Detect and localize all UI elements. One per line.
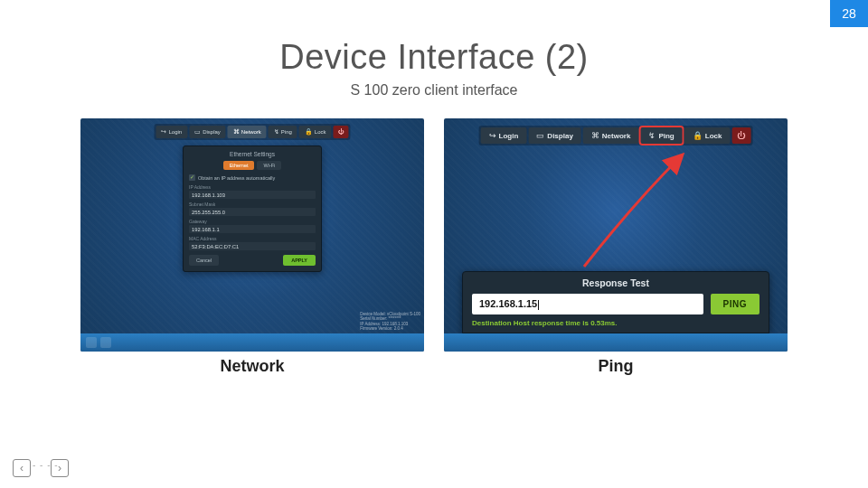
mac-value: 52:F3:DA:EC:D7:C1	[189, 242, 316, 250]
device-info: Device Model: vCloudpoint S-100 Serial N…	[360, 312, 420, 333]
prev-slide-button[interactable]: ‹	[13, 459, 31, 477]
toolbar2-lock[interactable]: 🔒Lock	[684, 127, 731, 144]
apply-button[interactable]: APPLY	[283, 255, 316, 266]
taskbar-icon[interactable]	[86, 337, 97, 348]
toolbar-display[interactable]: ▭Display	[189, 126, 226, 138]
ping-ip-input[interactable]: 192.168.1.15	[472, 294, 703, 314]
toolbar2-ping-label: Ping	[658, 132, 674, 140]
gateway-label: Gateway	[189, 219, 316, 224]
page-number-badge: 28	[830, 0, 868, 27]
toolbar2-ping[interactable]: ↯Ping	[640, 127, 682, 144]
ping-button[interactable]: PING	[711, 294, 760, 314]
cancel-button[interactable]: Cancel	[189, 255, 219, 266]
response-test-title: Response Test	[472, 277, 760, 288]
ping-icon: ↯	[648, 131, 656, 140]
display-icon: ▭	[194, 128, 201, 136]
mask-label: Subnet Mask	[189, 202, 316, 207]
ethernet-settings-panel: Ethernet Settings Ethernet Wi-Fi Obtain …	[183, 145, 322, 272]
ping-screenshot-block: ↪Login ▭Display ⌘Network ↯Ping 🔒Lock ⏻ R…	[444, 118, 788, 376]
toolbar2-network[interactable]: ⌘Network	[583, 127, 639, 144]
toolbar-login-label: Login	[168, 129, 182, 135]
toolbar2-login[interactable]: ↪Login	[481, 127, 527, 144]
lock-icon: 🔒	[693, 131, 703, 140]
toolbar-ping[interactable]: ↯Ping	[269, 126, 297, 138]
tab-wifi[interactable]: Wi-Fi	[257, 161, 281, 170]
auto-ip-checkbox[interactable]: Obtain an IP address automatically	[189, 174, 316, 181]
network-screen: ↪Login ▭Display ⌘Network ↯Ping 🔒Lock ⏻ E…	[80, 118, 424, 352]
toolbar-ping-label: Ping	[281, 129, 292, 135]
slide-subtitle: S 100 zero client interface	[0, 82, 868, 99]
toolbar-power[interactable]: ⏻	[334, 126, 349, 138]
ip-label: IP Address	[189, 184, 316, 190]
display-icon: ▭	[536, 131, 544, 140]
ping-status-text: Destination Host response time is 0.53ms…	[472, 319, 760, 327]
tab-ethernet[interactable]: Ethernet	[223, 161, 255, 170]
toolbar2-power[interactable]: ⏻	[731, 127, 750, 144]
ping-caption: Ping	[444, 357, 788, 376]
toolbar2-display-label: Display	[547, 132, 572, 140]
network-caption: Network	[80, 357, 424, 376]
network-screenshot-block: ↪Login ▭Display ⌘Network ↯Ping 🔒Lock ⏻ E…	[80, 118, 424, 376]
network-icon: ⌘	[233, 128, 240, 136]
mac-label: MAC Address	[189, 236, 316, 241]
login-icon: ↪	[489, 131, 496, 140]
slide-title: Device Interface (2)	[0, 38, 868, 77]
toolbar-network[interactable]: ⌘Network	[228, 126, 267, 138]
text-caret	[538, 300, 539, 310]
taskbar-icon[interactable]	[100, 337, 111, 348]
toolbar-lock[interactable]: 🔒Lock	[299, 126, 332, 138]
auto-ip-label: Obtain an IP address automatically	[198, 175, 275, 181]
login-icon: ↪	[161, 128, 166, 136]
mask-value[interactable]: 255.255.255.0	[189, 208, 316, 216]
toolbar-network-label: Network	[241, 129, 261, 135]
toolbar-login[interactable]: ↪Login	[156, 126, 187, 138]
toolbar2-login-label: Login	[499, 132, 519, 140]
taskbar	[444, 333, 788, 352]
ethernet-settings-title: Ethernet Settings	[189, 151, 316, 157]
lock-icon: 🔒	[305, 128, 313, 136]
network-icon: ⌘	[591, 131, 599, 140]
toolbar2-display[interactable]: ▭Display	[528, 127, 580, 144]
nav-separator: - - - -	[33, 460, 59, 470]
network-toolbar: ↪Login ▭Display ⌘Network ↯Ping 🔒Lock ⏻	[154, 124, 350, 140]
annotation-arrow	[571, 149, 697, 276]
ping-icon: ↯	[274, 128, 279, 136]
toolbar-lock-label: Lock	[315, 129, 326, 135]
gateway-value[interactable]: 192.168.1.1	[189, 225, 316, 233]
ping-screen: ↪Login ▭Display ⌘Network ↯Ping 🔒Lock ⏻ R…	[444, 118, 788, 352]
ip-value[interactable]: 192.168.1.103	[189, 191, 316, 199]
taskbar	[80, 333, 424, 352]
toolbar-display-label: Display	[203, 129, 221, 135]
ping-toolbar: ↪Login ▭Display ⌘Network ↯Ping 🔒Lock ⏻	[479, 126, 753, 145]
devinfo-line: Firmware Version: 2.0.4	[360, 326, 420, 332]
toolbar2-network-label: Network	[602, 132, 631, 140]
ping-ip-value: 192.168.1.15	[479, 298, 537, 309]
toolbar2-lock-label: Lock	[705, 132, 722, 140]
response-test-panel: Response Test 192.168.1.15 PING Destinat…	[462, 271, 769, 333]
